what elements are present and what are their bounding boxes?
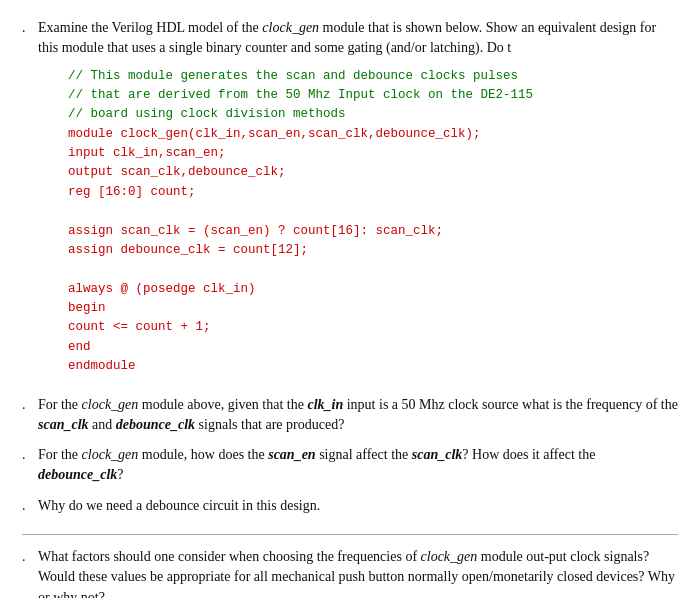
question-1: . Examine the Verilog HDL model of the c… [22, 18, 678, 385]
q2-bullet: . [22, 395, 34, 415]
code-endmodule: endmodule [68, 357, 678, 376]
q5-clock-gen-ref: clock_gen [421, 549, 478, 564]
code-comment1: // This module generates the scan and de… [68, 67, 678, 86]
question-2: . For the clock_gen module above, given … [22, 395, 678, 436]
code-count: count <= count + 1; [68, 318, 678, 337]
code-assign1: assign scan_clk = (scan_en) ? count[16]:… [68, 222, 678, 241]
q2-debounce-clk-ref: debounce_clk [116, 417, 195, 432]
code-block: // This module generates the scan and de… [68, 67, 678, 377]
code-reg: reg [16:0] count; [68, 183, 678, 202]
code-comment3: // board using clock division methods [68, 105, 678, 124]
code-blank2 [68, 260, 678, 279]
q4-text: Why do we need a debounce circuit in thi… [38, 496, 678, 516]
q3-scan-en-ref: scan_en [268, 447, 315, 462]
code-begin: begin [68, 299, 678, 318]
q5-bullet: . [22, 547, 34, 567]
q5-text: What factors should one consider when ch… [38, 547, 678, 598]
code-input: input clk_in,scan_en; [68, 144, 678, 163]
q2-clk-in-ref: clk_in [307, 397, 343, 412]
question-5: . What factors should one consider when … [22, 547, 678, 598]
code-module-decl: module clock_gen(clk_in,scan_en,scan_clk… [68, 125, 678, 144]
q4-period: . [317, 498, 321, 513]
code-comment2: // that are derived from the 50 Mhz Inpu… [68, 86, 678, 105]
code-always: always @ (posedge clk_in) [68, 280, 678, 299]
q4-bullet: . [22, 496, 34, 516]
q3-scan-clk-ref: scan_clk [412, 447, 463, 462]
q1-clock-gen-ref: clock_gen [262, 20, 319, 35]
code-blank1 [68, 202, 678, 221]
q2-scan-clk-ref: scan_clk [38, 417, 89, 432]
q1-bullet: . [22, 18, 34, 38]
code-end: end [68, 338, 678, 357]
q3-text: For the clock_gen module, how does the s… [38, 445, 678, 486]
code-output: output scan_clk,debounce_clk; [68, 163, 678, 182]
question-3: . For the clock_gen module, how does the… [22, 445, 678, 486]
section-divider [22, 534, 678, 535]
q3-clock-gen-ref: clock_gen [82, 447, 139, 462]
question-4: . Why do we need a debounce circuit in t… [22, 496, 678, 516]
q2-text: For the clock_gen module above, given th… [38, 395, 678, 436]
q1-text: Examine the Verilog HDL model of the clo… [38, 18, 678, 385]
q3-bullet: . [22, 445, 34, 465]
q2-clock-gen-ref: clock_gen [82, 397, 139, 412]
code-assign2: assign debounce_clk = count[12]; [68, 241, 678, 260]
q3-debounce-clk-ref: debounce_clk [38, 467, 117, 482]
